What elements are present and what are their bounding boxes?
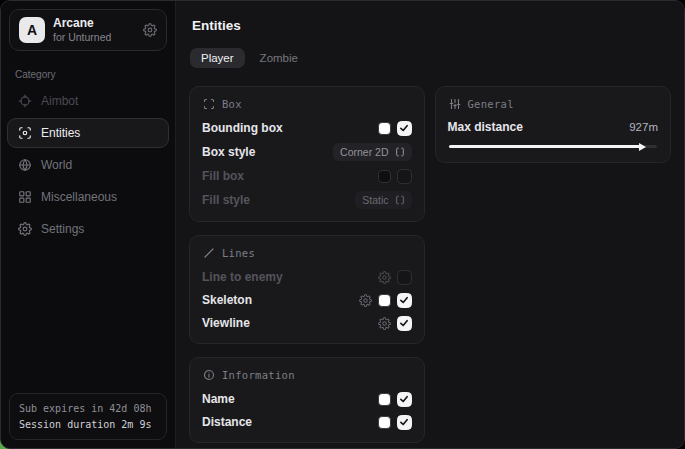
sidebar-item-entities[interactable]: Entities (7, 118, 169, 148)
fill-box-checkbox[interactable] (397, 169, 412, 184)
setting-label: Line to enemy (202, 270, 283, 284)
entity-tabs: Player Zombie (190, 48, 671, 68)
setting-label: Distance (202, 415, 252, 429)
max-distance-value: 927m (629, 121, 658, 133)
setting-label: Viewline (202, 316, 250, 330)
sidebar-item-world[interactable]: World (7, 150, 169, 180)
tab-player[interactable]: Player (190, 48, 245, 68)
setting-label: Skeleton (202, 293, 252, 307)
entity-scan-icon (18, 126, 32, 140)
gear-icon[interactable] (378, 317, 391, 330)
sidebar-item-label: Entities (41, 126, 80, 140)
globe-icon (18, 158, 32, 172)
sidebar: A Arcane for Unturned Category Aimbot (1, 1, 176, 448)
setting-label: Max distance (448, 120, 523, 134)
distance-checkbox[interactable] (397, 415, 412, 430)
sidebar-item-label: Miscellaneous (41, 190, 117, 204)
setting-row-line-to-enemy: Line to enemy (202, 269, 412, 285)
brand-text: Arcane for Unturned (53, 16, 111, 44)
sidebar-nav: Aimbot Entities World (1, 86, 175, 244)
info-icon (203, 369, 215, 381)
screen: A Arcane for Unturned Category Aimbot (0, 0, 685, 449)
gear-icon[interactable] (378, 271, 391, 284)
arcane-window: A Arcane for Unturned Category Aimbot (0, 0, 685, 449)
sidebar-item-label: Settings (41, 222, 84, 236)
unfold-icon (395, 147, 405, 157)
dropdown-value: Static (362, 194, 388, 206)
box-style-dropdown[interactable]: Corner 2D (333, 143, 411, 161)
brand-card: A Arcane for Unturned (9, 9, 167, 51)
setting-label: Bounding box (202, 121, 283, 135)
setting-row-fill-box: Fill box (202, 168, 412, 184)
slider-handle[interactable] (639, 143, 646, 151)
section-title: General (468, 98, 514, 110)
sidebar-item-settings[interactable]: Settings (7, 214, 169, 244)
setting-row-bounding-box: Bounding box (202, 120, 412, 136)
gear-icon[interactable] (143, 23, 157, 37)
setting-label: Box style (202, 145, 255, 159)
sub-expires-text: Sub expires in 42d 08h (19, 401, 157, 417)
sidebar-item-label: Aimbot (41, 94, 78, 108)
grid-icon (18, 190, 32, 204)
setting-row-name: Name (202, 391, 412, 407)
section-title: Lines (222, 247, 255, 259)
section-title: Information (222, 369, 295, 381)
slider-fill (449, 145, 643, 148)
line-to-enemy-checkbox[interactable] (397, 270, 412, 285)
box-corners-icon (203, 98, 215, 110)
sidebar-item-miscellaneous[interactable]: Miscellaneous (7, 182, 169, 212)
information-card: Information Name (189, 357, 425, 443)
subscription-info-card: Sub expires in 42d 08h Session duration … (9, 393, 167, 440)
color-swatch[interactable] (378, 122, 391, 135)
setting-row-skeleton: Skeleton (202, 292, 412, 308)
gear-icon[interactable] (359, 294, 372, 307)
setting-row-viewline: Viewline (202, 315, 412, 331)
sidebar-item-aimbot[interactable]: Aimbot (7, 86, 169, 116)
setting-label: Name (202, 392, 235, 406)
general-card: General Max distance 927m (435, 86, 672, 163)
color-swatch[interactable] (378, 393, 391, 406)
skeleton-checkbox[interactable] (397, 293, 412, 308)
crosshair-icon (18, 94, 32, 108)
line-icon (203, 247, 215, 259)
setting-label: Fill style (202, 193, 250, 207)
color-swatch[interactable] (378, 294, 391, 307)
max-distance-slider[interactable] (449, 142, 658, 150)
brand-title: Arcane (53, 16, 111, 31)
setting-row-fill-style: Fill style Static (202, 191, 412, 209)
name-checkbox[interactable] (397, 392, 412, 407)
setting-row-distance: Distance (202, 414, 412, 430)
gear-icon (18, 222, 32, 236)
setting-label: Fill box (202, 169, 244, 183)
main-content: Entities Player Zombie Box (176, 1, 684, 448)
lines-card: Lines Line to enemy (189, 235, 425, 344)
page-title: Entities (192, 18, 671, 33)
viewline-checkbox[interactable] (397, 316, 412, 331)
session-duration-text: Session duration 2m 9s (19, 417, 157, 433)
setting-row-box-style: Box style Corner 2D (202, 143, 412, 161)
color-swatch[interactable] (378, 170, 391, 183)
sliders-icon (449, 98, 461, 110)
bounding-box-checkbox[interactable] (397, 121, 412, 136)
brand-subtitle: for Unturned (53, 31, 111, 44)
section-title: Box (222, 98, 242, 110)
unfold-icon (395, 195, 405, 205)
box-card: Box Bounding box (189, 86, 425, 222)
tab-zombie[interactable]: Zombie (249, 48, 309, 68)
sidebar-item-label: World (41, 158, 72, 172)
category-label: Category (15, 69, 161, 80)
brand-logo: A (19, 17, 45, 43)
dropdown-value: Corner 2D (340, 146, 388, 158)
fill-style-dropdown[interactable]: Static (355, 191, 411, 209)
color-swatch[interactable] (378, 416, 391, 429)
